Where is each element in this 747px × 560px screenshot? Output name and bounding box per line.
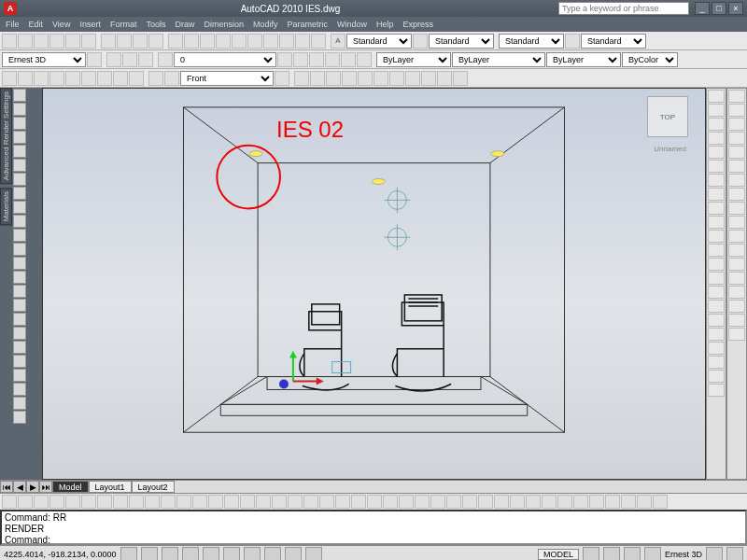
otrack-toggle[interactable] [223, 547, 240, 560]
tool-icon[interactable] [605, 495, 620, 509]
mod-icon[interactable] [708, 244, 725, 257]
status-icon[interactable] [624, 547, 641, 560]
status-icon[interactable] [726, 547, 743, 560]
tool-icon[interactable] [240, 495, 255, 509]
help-search-input[interactable] [558, 2, 689, 15]
tool-icon[interactable] [288, 495, 303, 509]
menu-draw[interactable]: Draw [175, 20, 194, 29]
tool-icon[interactable] [272, 495, 287, 509]
menu-window[interactable]: Window [337, 20, 367, 29]
mod-icon[interactable] [728, 272, 745, 285]
mod-icon[interactable] [728, 174, 745, 187]
mod-icon[interactable] [708, 286, 725, 299]
command-window[interactable]: Command: RR RENDER Command: [0, 510, 747, 545]
tab-prev-icon[interactable]: ◀ [13, 481, 26, 493]
match-icon[interactable] [148, 34, 163, 49]
menu-file[interactable]: File [6, 20, 20, 29]
dyn-toggle[interactable] [264, 547, 281, 560]
tool-icon[interactable] [13, 285, 26, 298]
tool-icon[interactable] [446, 495, 461, 509]
circle-icon[interactable] [13, 117, 26, 130]
tool-icon[interactable] [224, 495, 239, 509]
mod-icon[interactable] [728, 202, 745, 215]
menu-tools[interactable]: Tools [146, 20, 165, 29]
zoom-icon[interactable] [65, 71, 80, 86]
zoom-icon[interactable] [2, 71, 17, 86]
rect-icon[interactable] [13, 145, 26, 158]
tool-icon[interactable] [208, 495, 223, 509]
status-icon[interactable] [644, 547, 661, 560]
status-icon[interactable] [706, 547, 723, 560]
tool-icon[interactable] [81, 495, 96, 509]
tool-icon[interactable] [295, 34, 310, 49]
tool-icon[interactable] [13, 397, 26, 410]
hatch-icon[interactable] [13, 173, 26, 186]
tool-icon[interactable] [13, 299, 26, 312]
arc-icon[interactable] [13, 131, 26, 144]
tool-icon[interactable] [13, 313, 26, 326]
namedview-combo[interactable]: Front [180, 71, 274, 86]
tool-icon[interactable] [13, 327, 26, 340]
dim-icon[interactable] [453, 71, 468, 86]
workspace-combo[interactable]: Ernest 3D [2, 52, 86, 67]
tool-icon[interactable] [232, 34, 247, 49]
zoom-icon[interactable] [34, 71, 49, 86]
tool-icon[interactable] [478, 495, 493, 509]
mod-icon[interactable] [708, 258, 725, 271]
mod-icon[interactable] [728, 300, 745, 313]
tab-first-icon[interactable]: ⏮ [0, 481, 13, 493]
dim-icon[interactable] [437, 71, 452, 86]
minimize-button[interactable]: _ [695, 2, 710, 15]
panel-materials[interactable]: Materials [0, 188, 12, 225]
redo-icon[interactable] [81, 34, 96, 49]
dim-icon[interactable] [342, 71, 357, 86]
tool-icon[interactable] [97, 495, 112, 509]
tool-icon[interactable] [303, 495, 318, 509]
tool-icon[interactable] [106, 52, 121, 67]
tool-icon[interactable] [293, 52, 308, 67]
menu-express[interactable]: Express [403, 20, 434, 29]
dim-icon[interactable] [389, 71, 404, 86]
dim-icon[interactable] [374, 71, 388, 86]
tool-icon[interactable] [13, 355, 26, 368]
tool-icon[interactable] [13, 229, 26, 242]
tool-icon[interactable] [192, 495, 207, 509]
menu-format[interactable]: Format [110, 20, 137, 29]
tool-icon[interactable] [367, 495, 382, 509]
snap-toggle[interactable] [120, 547, 137, 560]
tool-icon[interactable] [510, 495, 525, 509]
tool-icon[interactable] [13, 271, 26, 284]
cut-icon[interactable] [101, 34, 116, 49]
mod-icon[interactable] [708, 146, 725, 159]
zoom-icon[interactable] [81, 71, 96, 86]
zoom-icon[interactable] [18, 71, 33, 86]
tool-icon[interactable] [168, 34, 183, 49]
mod-icon[interactable] [728, 146, 745, 159]
mod-icon[interactable] [728, 230, 745, 243]
tool-icon[interactable] [325, 52, 340, 67]
drawing-viewport[interactable]: IES 02 TOP Unnamed [42, 88, 706, 480]
tool-icon[interactable] [542, 495, 557, 509]
mod-icon[interactable] [708, 160, 725, 173]
tool-icon[interactable] [573, 495, 588, 509]
plotstyle-combo[interactable]: ByColor [622, 52, 678, 67]
dim-icon[interactable] [294, 71, 309, 86]
new-icon[interactable] [2, 34, 17, 49]
menu-modify[interactable]: Modify [253, 20, 278, 29]
tool-icon[interactable] [256, 495, 271, 509]
tool-icon[interactable] [335, 495, 350, 509]
tool-icon[interactable] [430, 495, 445, 509]
mod-icon[interactable] [708, 188, 725, 201]
tool-icon[interactable] [200, 34, 215, 49]
grid-toggle[interactable] [141, 547, 158, 560]
mod-icon[interactable] [708, 104, 725, 117]
dim-icon[interactable] [358, 71, 373, 86]
tool-icon[interactable] [138, 52, 153, 67]
tool-icon[interactable]: A [331, 34, 345, 49]
mleaderstyle-combo[interactable]: Standard [581, 34, 646, 49]
mod-icon[interactable] [728, 132, 745, 145]
mod-icon[interactable] [708, 90, 725, 103]
mod-icon[interactable] [708, 132, 725, 145]
tool-icon[interactable] [277, 52, 292, 67]
tool-icon[interactable] [184, 34, 199, 49]
